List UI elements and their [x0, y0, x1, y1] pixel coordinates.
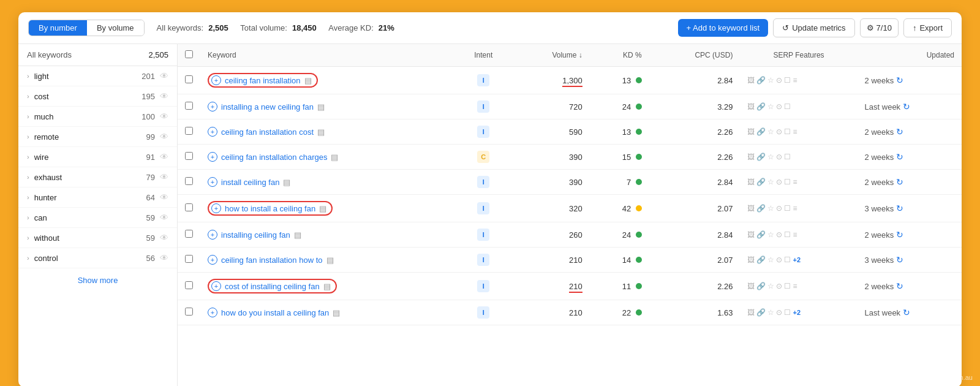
keyword-link[interactable]: ceiling fan installation charges: [221, 153, 327, 162]
refresh-icon[interactable]: ↻: [896, 127, 903, 137]
refresh-icon[interactable]: ↻: [896, 255, 903, 265]
plus-circle-icon[interactable]: +: [208, 152, 217, 162]
chevron-icon: ›: [27, 113, 29, 120]
serp-plus-icon: +2: [793, 256, 801, 263]
refresh-icon[interactable]: ↻: [896, 281, 903, 291]
refresh-icon[interactable]: ↻: [896, 230, 903, 240]
row-checkbox[interactable]: [185, 203, 193, 211]
row-checkbox[interactable]: [185, 75, 193, 83]
sidebar-item-exhaust[interactable]: › exhaust 79 👁: [18, 167, 177, 187]
sidebar-keyword-label: without: [34, 233, 146, 243]
keyword-link[interactable]: how to install a ceiling fan: [225, 204, 315, 213]
plus-circle-icon[interactable]: +: [208, 127, 217, 137]
eye-icon[interactable]: 👁: [160, 253, 168, 263]
plus-circle-icon[interactable]: +: [211, 75, 221, 85]
cpc-value: 2.26: [717, 153, 733, 162]
tab-by-number[interactable]: By number: [29, 20, 87, 36]
sidebar-item-control[interactable]: › control 56 👁: [18, 248, 177, 268]
eye-icon[interactable]: 👁: [160, 152, 168, 162]
intent-cell: I: [455, 273, 512, 300]
sidebar-item-much[interactable]: › much 100 👁: [18, 107, 177, 127]
updated-cell: Last week ↻: [858, 300, 962, 325]
sidebar-item-cost[interactable]: › cost 195 👁: [18, 86, 177, 107]
cpc-cell: 2.07: [649, 195, 741, 222]
plus-circle-icon[interactable]: +: [208, 255, 217, 265]
keyword-link[interactable]: cost of installing ceiling fan: [225, 282, 320, 291]
sidebar-item-light[interactable]: › light 201 👁: [18, 66, 177, 86]
row-checkbox[interactable]: [185, 308, 193, 316]
row-checkbox[interactable]: [185, 152, 193, 160]
serp-cell: 🖼 🔗 ☆ ⊙ ☐ ≡: [740, 273, 857, 300]
serp-circle-icon: ⊙: [776, 308, 782, 317]
keyword-cell: + ceiling fan installation how to ▤: [200, 248, 455, 273]
updated-wrapper: 2 weeks ↻: [865, 152, 954, 162]
serp-msg-icon: ☐: [784, 178, 791, 186]
keyword-link[interactable]: ceiling fan installation how to: [221, 255, 323, 265]
plus-circle-icon[interactable]: +: [208, 102, 217, 112]
sidebar-item-wire[interactable]: › wire 91 👁: [18, 147, 177, 167]
updated-value: 2 weeks: [865, 282, 894, 291]
eye-icon[interactable]: 👁: [160, 132, 168, 142]
serp-circle-icon: ⊙: [776, 204, 782, 213]
sidebar-item-hunter[interactable]: › hunter 64 👁: [18, 187, 177, 208]
eye-icon[interactable]: 👁: [160, 112, 168, 121]
serp-msg-icon: ☐: [784, 76, 791, 85]
header-bar: By number By volume All keywords: 2,505 …: [18, 12, 962, 44]
th-cpc: CPC (USD): [649, 44, 741, 67]
kd-cell: 15: [590, 145, 649, 170]
row-checkbox[interactable]: [185, 230, 193, 238]
show-more-button[interactable]: Show more: [18, 268, 177, 292]
volume-cell: 260: [512, 222, 590, 248]
serp-link-icon: 🔗: [756, 282, 766, 290]
update-metrics-button[interactable]: ↺ Update metrics: [773, 18, 854, 37]
volume-value: 210: [569, 282, 582, 293]
serp-img-icon: 🖼: [747, 255, 755, 264]
keyword-link[interactable]: ceiling fan installation cost: [221, 127, 314, 137]
updated-wrapper: 3 weeks ↻: [865, 255, 954, 265]
eye-icon[interactable]: 👁: [160, 71, 168, 81]
add-keyword-button[interactable]: + Add to keyword list: [678, 19, 769, 37]
intent-badge: I: [477, 254, 489, 266]
eye-icon[interactable]: 👁: [160, 233, 168, 243]
tab-by-volume[interactable]: By volume: [87, 20, 144, 36]
serp-star-icon: ☆: [767, 255, 774, 264]
row-checkbox-cell: [178, 94, 200, 119]
serp-cell: 🖼 🔗 ☆ ⊙ ☐: [740, 94, 857, 119]
serp-link-icon: 🔗: [756, 102, 766, 111]
plus-circle-icon[interactable]: +: [208, 230, 217, 240]
plus-circle-icon[interactable]: +: [211, 203, 221, 213]
row-checkbox[interactable]: [185, 281, 193, 289]
keyword-link[interactable]: ceiling fan installation: [225, 76, 301, 85]
refresh-icon[interactable]: ↻: [903, 102, 910, 112]
row-checkbox[interactable]: [185, 102, 193, 110]
sidebar-item-without[interactable]: › without 59 👁: [18, 228, 177, 248]
keyword-link[interactable]: installing a new ceiling fan: [221, 102, 314, 112]
eye-icon[interactable]: 👁: [160, 192, 168, 202]
updated-value: 2 weeks: [865, 178, 894, 187]
sidebar-item-can[interactable]: › can 59 👁: [18, 208, 177, 228]
intent-cell: I: [455, 195, 512, 222]
refresh-icon[interactable]: ↻: [896, 152, 903, 162]
refresh-icon[interactable]: ↻: [896, 203, 903, 213]
row-checkbox[interactable]: [185, 255, 193, 263]
keyword-link[interactable]: installing ceiling fan: [221, 230, 290, 240]
keyword-link[interactable]: how do you install a ceiling fan: [221, 308, 329, 317]
export-button[interactable]: ↑ Export: [903, 18, 952, 37]
refresh-icon[interactable]: ↻: [896, 177, 903, 187]
plus-circle-icon[interactable]: +: [211, 281, 221, 291]
keyword-link[interactable]: install ceiling fan: [221, 178, 279, 187]
eye-icon[interactable]: 👁: [160, 213, 168, 222]
eye-icon[interactable]: 👁: [160, 91, 168, 101]
settings-button[interactable]: ⚙ 7/10: [860, 18, 899, 37]
select-all-checkbox[interactable]: [185, 50, 193, 58]
row-checkbox[interactable]: [185, 177, 193, 185]
sidebar-item-remote[interactable]: › remote 99 👁: [18, 127, 177, 147]
refresh-icon[interactable]: ↻: [903, 308, 910, 317]
refresh-icon[interactable]: ↻: [896, 75, 903, 85]
plus-circle-icon[interactable]: +: [208, 308, 217, 317]
row-checkbox[interactable]: [185, 127, 193, 135]
eye-icon[interactable]: 👁: [160, 172, 168, 182]
serp-cell: 🖼 🔗 ☆ ⊙ ☐ +2: [740, 300, 857, 325]
volume-cell: 210: [512, 248, 590, 273]
plus-circle-icon[interactable]: +: [208, 177, 217, 187]
